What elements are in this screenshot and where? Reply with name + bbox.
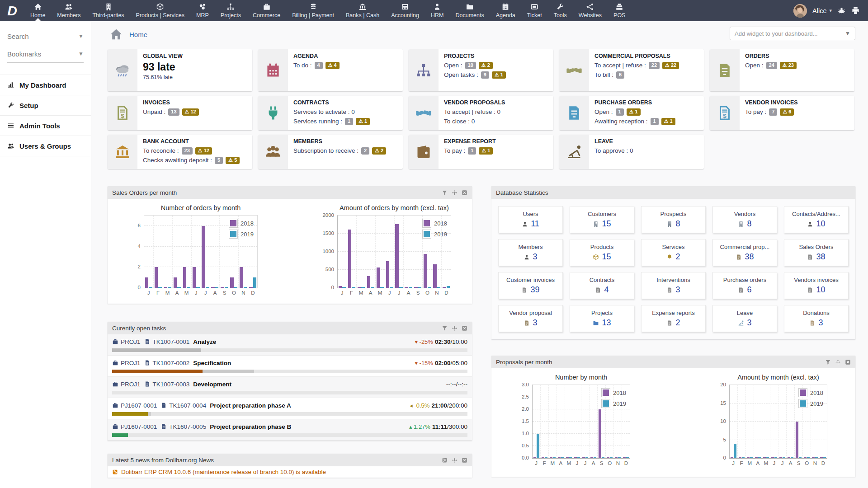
widget-orders[interactable]: ORDERSOpen :24⚠ 23: [710, 49, 854, 91]
stat-card-vendor-proposal[interactable]: Vendor proposal3: [498, 305, 563, 332]
search-select[interactable]: Search ▼: [7, 28, 84, 45]
widget-line-link[interactable]: Subscription to receive :2⚠ 2: [293, 146, 386, 155]
widget-members[interactable]: MEMBERSSubscription to receive :2⚠ 2: [258, 135, 403, 169]
nav-item-agenda[interactable]: Agenda: [490, 0, 521, 21]
stat-card-customer-invoices[interactable]: Customer invoices39: [498, 272, 563, 299]
stat-card-products[interactable]: Products15: [570, 239, 634, 266]
widget-bank-account[interactable]: BANK ACCOUNTTo reconcile :23⚠ 12Checks a…: [108, 135, 252, 169]
task-ref-link[interactable]: TK1007-0001: [153, 338, 190, 345]
news-item-link[interactable]: Dolibarr ERP CRM 10.0.6 (maintenance rel…: [121, 469, 326, 475]
widget-line-link[interactable]: To close : 0: [444, 117, 505, 126]
stat-card-vendors-invoices[interactable]: Vendors invoices10: [784, 272, 849, 299]
bug-icon[interactable]: [837, 6, 846, 15]
add-widget-select[interactable]: Add widget to your dashboard... ▼: [730, 27, 855, 40]
nav-item-banks-cash[interactable]: Banks | Cash: [340, 0, 385, 21]
nav-item-members[interactable]: Members: [51, 0, 86, 21]
breadcrumb-home-link[interactable]: Home: [129, 31, 147, 38]
widget-line-link[interactable]: Open :1⚠ 1: [594, 107, 675, 117]
widget-line-link[interactable]: To pay :7⚠ 6: [745, 107, 798, 117]
widget-line-link[interactable]: To do :4⚠ 4: [293, 61, 340, 70]
stat-card-contracts[interactable]: Contracts4: [570, 272, 634, 299]
task-ref-link[interactable]: TK1607-0005: [169, 423, 206, 430]
widget-agenda[interactable]: AGENDATo do :4⚠ 4: [258, 49, 403, 91]
widget-contracts[interactable]: CONTRACTSServices to activate : 0Service…: [258, 96, 403, 130]
close-icon[interactable]: [462, 325, 467, 331]
nav-item-accounting[interactable]: Accounting: [385, 0, 425, 21]
stat-card-purchase-orders[interactable]: Purchase orders6: [712, 272, 777, 299]
widget-purchase-orders[interactable]: PURCHASE ORDERSOpen :1⚠ 1Awaiting recept…: [559, 96, 704, 130]
sidebar-item-setup[interactable]: Setup: [0, 95, 91, 116]
user-menu-chevron-down-icon[interactable]: ▾: [829, 8, 832, 14]
nav-item-commerce[interactable]: Commerce: [247, 0, 286, 21]
widget-commercial-proposals[interactable]: COMMERCIAL PROPOSALSTo accept | refuse :…: [559, 49, 704, 91]
stat-card-interventions[interactable]: Interventions3: [641, 272, 706, 299]
stat-card-projects[interactable]: Projects13: [570, 305, 634, 332]
widget-line-link[interactable]: To accept | refuse :22⚠ 22: [594, 61, 679, 70]
sidebar-item-my-dashboard[interactable]: My Dashboard: [0, 75, 91, 95]
widget-vendor-proposals[interactable]: VENDOR PROPOSALSTo accept | refuse : 0To…: [409, 96, 553, 130]
filter-icon[interactable]: [442, 190, 448, 196]
task-ref-link[interactable]: TK1007-0003: [153, 381, 190, 388]
stat-card-prospects[interactable]: Prospects8: [641, 206, 706, 233]
task-name-link[interactable]: Project preparation phase A: [210, 402, 291, 409]
nav-item-tools[interactable]: Tools: [548, 0, 573, 21]
nav-item-third-parties[interactable]: Third-parties: [86, 0, 130, 21]
nav-item-pos[interactable]: POS: [608, 0, 631, 21]
project-link[interactable]: PROJ1: [121, 360, 141, 366]
project-link[interactable]: PROJ1: [121, 338, 141, 345]
dolibarr-logo[interactable]: D: [0, 0, 24, 21]
widget-line-link[interactable]: Open tasks :9⚠ 1: [444, 70, 506, 80]
nav-item-billing-payment[interactable]: Billing | Payment: [286, 0, 340, 21]
stat-card-commercial-prop[interactable]: Commercial prop...38: [712, 239, 777, 266]
print-icon[interactable]: [851, 6, 860, 15]
widget-projects[interactable]: PROJECTSOpen :10⚠ 2Open tasks :9⚠ 1: [409, 49, 553, 91]
widget-line-link[interactable]: Unpaid :13⚠ 12: [143, 107, 199, 117]
feed-icon[interactable]: [442, 457, 448, 463]
nav-item-websites[interactable]: Websites: [573, 0, 608, 21]
widget-line-link[interactable]: To reconcile :23⚠ 12: [143, 146, 240, 155]
task-ref-link[interactable]: TK1607-0004: [169, 402, 206, 409]
stat-card-sales-orders[interactable]: Sales Orders38: [784, 239, 849, 266]
stat-card-vendors[interactable]: Vendors8: [712, 206, 777, 233]
widget-line-link[interactable]: Awaiting reception :1⚠ 1: [594, 117, 675, 126]
move-icon[interactable]: [452, 190, 458, 196]
widget-global-view[interactable]: GLOBAL VIEW93 late75.61% late: [108, 49, 252, 91]
stat-card-expense-reports[interactable]: Expense reports2: [641, 305, 706, 332]
stat-card-members[interactable]: Members3: [498, 239, 563, 266]
nav-item-mrp[interactable]: MRP: [190, 0, 215, 21]
nav-item-ticket[interactable]: Ticket: [521, 0, 548, 21]
nav-item-home[interactable]: Home: [24, 0, 51, 21]
project-link[interactable]: PJ1607-0001: [121, 423, 157, 430]
user-name[interactable]: Alice: [812, 7, 826, 14]
stat-card-customers[interactable]: Customers15: [570, 206, 634, 233]
widget-line-link[interactable]: To approve : 0: [594, 146, 633, 155]
news-item[interactable]: Dolibarr ERP CRM 10.0.6 (maintenance rel…: [108, 466, 472, 478]
task-name-link[interactable]: Development: [193, 381, 231, 388]
widget-line-link[interactable]: Open :10⚠ 2: [444, 61, 506, 70]
widget-leave[interactable]: LEAVETo approve : 0: [559, 135, 704, 169]
widget-line-link[interactable]: To accept | refuse : 0: [444, 107, 505, 117]
bookmarks-select[interactable]: Bookmarks ▼: [7, 45, 84, 63]
widget-line-link[interactable]: Checks awaiting deposit :5⚠ 5: [143, 155, 240, 165]
sidebar-item-admin-tools[interactable]: Admin Tools: [0, 116, 91, 136]
filter-icon[interactable]: [825, 359, 831, 365]
widget-vendor-invoices[interactable]: $VENDOR INVOICESTo pay :7⚠ 6: [710, 96, 854, 130]
widget-line-link[interactable]: Open :24⚠ 23: [745, 61, 797, 70]
stat-card-contacts-addres[interactable]: Contacts/Addres...10: [784, 206, 849, 233]
stat-card-users[interactable]: Users11: [498, 206, 563, 233]
task-name-link[interactable]: Project preparation phase B: [210, 423, 291, 430]
nav-item-products-services[interactable]: Products | Services: [130, 0, 190, 21]
project-link[interactable]: PJ1607-0001: [121, 402, 157, 409]
stat-card-services[interactable]: Services2: [641, 239, 706, 266]
widget-expense-report[interactable]: EXPENSE REPORTTo pay :1⚠ 1: [409, 135, 553, 169]
widget-line-link[interactable]: Services running :1⚠ 1: [293, 117, 370, 126]
widget-line-link[interactable]: To pay :1⚠ 1: [444, 146, 496, 155]
move-icon[interactable]: [452, 325, 458, 331]
filter-icon[interactable]: [442, 325, 448, 331]
stat-card-leave[interactable]: Leave3: [712, 305, 777, 332]
task-name-link[interactable]: Analyze: [193, 338, 216, 345]
nav-item-projects[interactable]: Projects: [215, 0, 247, 21]
project-link[interactable]: PROJ1: [121, 381, 141, 388]
widget-invoices[interactable]: $INVOICESUnpaid :13⚠ 12: [108, 96, 252, 130]
task-name-link[interactable]: Specification: [193, 360, 231, 366]
